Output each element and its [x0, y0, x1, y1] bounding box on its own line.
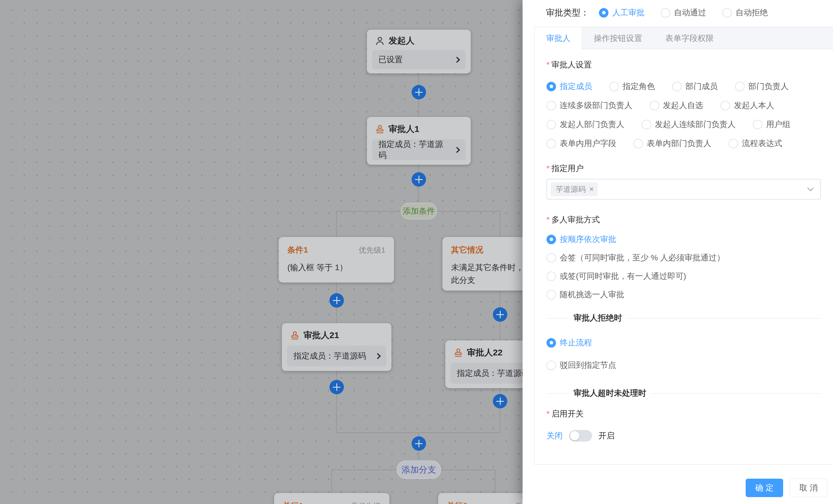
approver-setting-label: * 审批人设置 [547, 59, 821, 71]
node-condition1[interactable]: 条件1 优先级1 (输入框 等于 1） [279, 237, 394, 282]
user-tag: 芋道源码 × [550, 182, 598, 196]
required-asterisk: * [547, 215, 550, 224]
radio-return-to-node[interactable]: 驳回到指定节点 [547, 356, 821, 374]
radio-countersign[interactable]: 会签（可同时审批，至少 % 人必须审批通过） [547, 249, 821, 267]
enable-switch-label: * 启用开关 [547, 408, 821, 420]
node-parallel2[interactable]: 并行2 无优先级 [438, 493, 523, 504]
add-condition-label: 添加条件 [403, 206, 435, 217]
tab-form-field-permissions[interactable]: 表单字段权限 [654, 27, 725, 49]
reject-divider-label: 审批人拒绝时 [569, 312, 627, 323]
node-title: 并行1 [283, 501, 304, 504]
radio-auto-reject[interactable]: 自动拒绝 [722, 7, 768, 18]
approval-flow-designer: 发起人 已设置 审批人1 指定成员：芋道源码 [0, 0, 833, 504]
node-condition-else[interactable]: 其它情况 优先级2 未满足其它条件时，将进入此分支 [443, 237, 523, 291]
node-start[interactable]: 发起人 已设置 [367, 30, 471, 73]
radio-dept-member[interactable]: 部门成员 [672, 81, 718, 92]
assign-user-label: * 指定用户 [547, 163, 821, 174]
multi-approve-mode-label: * 多人审批方式 [547, 214, 821, 226]
radio-auto-approve[interactable]: 自动通过 [661, 7, 706, 18]
node-approver21[interactable]: 审批人21 指定成员：芋道源码 [282, 323, 391, 371]
node-start-config[interactable]: 已设置 [372, 50, 466, 69]
switch-knob [570, 431, 579, 440]
add-condition-button[interactable]: 添加条件 [401, 203, 437, 220]
radio-multi-level-dept-leader[interactable]: 连续多级部门负责人 [547, 100, 633, 111]
node-condition-description: 未满足其它条件时，将进入此分支 [451, 261, 523, 286]
add-node-button[interactable] [493, 307, 507, 322]
radio-dept-leader[interactable]: 部门负责人 [735, 81, 789, 92]
radio-or-sign[interactable]: 或签(可同时审批，有一人通过即可) [547, 267, 821, 285]
approver-setting-radio-group: 指定成员 指定角色 部门成员 部门负责人 连续多级部门负责人 发起人自选 发起人… [547, 77, 821, 153]
radio-designated-member[interactable]: 指定成员 [547, 81, 592, 92]
chevron-right-icon [454, 147, 460, 153]
add-node-button[interactable] [330, 380, 344, 394]
reject-divider: 审批人拒绝时 [547, 318, 821, 319]
add-node-button[interactable] [412, 85, 426, 99]
radio-form-dept-leader[interactable]: 表单内部门负责人 [634, 138, 711, 149]
required-asterisk: * [547, 164, 550, 173]
node-body-text: 指定成员：芋道源码 [293, 351, 366, 361]
tab-approver[interactable]: 审批人 [535, 27, 582, 49]
node-body-text: 已设置 [378, 54, 403, 65]
add-node-button[interactable] [493, 394, 507, 408]
required-asterisk: * [547, 409, 550, 419]
node-approver1[interactable]: 审批人1 指定成员：芋道源码 [367, 117, 471, 165]
chevron-down-icon [807, 185, 814, 192]
cancel-button[interactable]: 取 消 [790, 479, 827, 497]
switch-on-label: 开启 [598, 430, 615, 441]
required-asterisk: * [547, 60, 550, 69]
radio-process-expression[interactable]: 流程表达式 [729, 138, 782, 149]
assign-user-select[interactable]: 芋道源码 × [547, 179, 821, 200]
node-priority: 无优先级 [515, 501, 523, 504]
radio-initiator-self[interactable]: 发起人本人 [720, 100, 774, 111]
timeout-divider-label: 审批人超时未处理时 [569, 388, 651, 399]
node-condition-expression[interactable]: (输入框 等于 1） [287, 261, 385, 274]
settings-tabs: 审批人 操作按钮设置 表单字段权限 * 审批人设置 指定成员 指定角色 部门成员… [534, 27, 833, 464]
add-node-button[interactable] [412, 172, 426, 186]
radio-designated-role[interactable]: 指定角色 [609, 81, 655, 92]
timeout-enable-switch[interactable] [569, 430, 592, 442]
add-branch-label: 添加分支 [402, 464, 436, 476]
node-title: 发起人 [388, 35, 414, 47]
radio-user-group[interactable]: 用户组 [753, 119, 790, 130]
node-body-text: 指定成员：芋道源码 [457, 368, 523, 379]
chevron-right-icon [375, 353, 381, 359]
confirm-button[interactable]: 确 定 [746, 479, 783, 497]
radio-terminate-process[interactable]: 终止流程 [547, 333, 821, 352]
tag-close-icon[interactable]: × [589, 185, 594, 193]
node-approver21-config[interactable]: 指定成员：芋道源码 [287, 346, 386, 366]
approval-type-label: 审批类型： [546, 7, 589, 19]
tab-pane-approver: * 审批人设置 指定成员 指定角色 部门成员 部门负责人 连续多级部门负责人 发… [535, 49, 833, 451]
switch-off-label: 关闭 [547, 430, 563, 441]
add-node-button[interactable] [412, 436, 426, 451]
radio-form-user-field[interactable]: 表单内用户字段 [547, 138, 616, 149]
user-tag-label: 芋道源码 [556, 184, 586, 194]
radio-initiator-multi-dept-leader[interactable]: 发起人连续部门负责人 [642, 119, 736, 130]
add-branch-button[interactable]: 添加分支 [397, 460, 441, 479]
tab-action-buttons[interactable]: 操作按钮设置 [582, 27, 654, 49]
tabs-header: 审批人 操作按钮设置 表单字段权限 [535, 27, 833, 49]
timeout-switch-row: 关闭 开启 [547, 429, 821, 443]
radio-initiator-dept-leader[interactable]: 发起人部门负责人 [547, 119, 624, 130]
stamp-icon [453, 348, 463, 358]
radio-dot [722, 8, 732, 18]
chevron-right-icon [454, 56, 460, 62]
radio-initiator-choose[interactable]: 发起人自选 [650, 100, 703, 111]
node-approver1-config[interactable]: 指定成员：芋道源码 [372, 140, 466, 160]
node-title: 其它情况 [451, 245, 483, 255]
node-body-text: 指定成员：芋道源码 [378, 139, 451, 161]
node-approver22[interactable]: 审批人22 指定成员：芋道源码 [445, 341, 523, 388]
radio-manual-approval[interactable]: 人工审批 [599, 7, 644, 18]
stamp-icon [375, 124, 385, 134]
radio-dot [599, 8, 609, 18]
radio-dot [661, 8, 670, 18]
flow-canvas[interactable]: 发起人 已设置 审批人1 指定成员：芋道源码 [0, 0, 523, 504]
node-parallel1[interactable]: 并行1 无优先级 [274, 493, 389, 504]
radio-random-one[interactable]: 随机挑选一人审批 [547, 285, 821, 304]
radio-sequential-approval[interactable]: 按顺序依次审批 [547, 230, 821, 249]
node-title: 审批人1 [388, 123, 420, 135]
reject-options-group: 终止流程 驳回到指定节点 [547, 333, 821, 374]
node-title: 并行2 [447, 501, 468, 504]
node-approver22-config[interactable]: 指定成员：芋道源码 [451, 363, 523, 384]
node-title: 审批人22 [467, 347, 502, 358]
add-node-button[interactable] [330, 293, 344, 308]
